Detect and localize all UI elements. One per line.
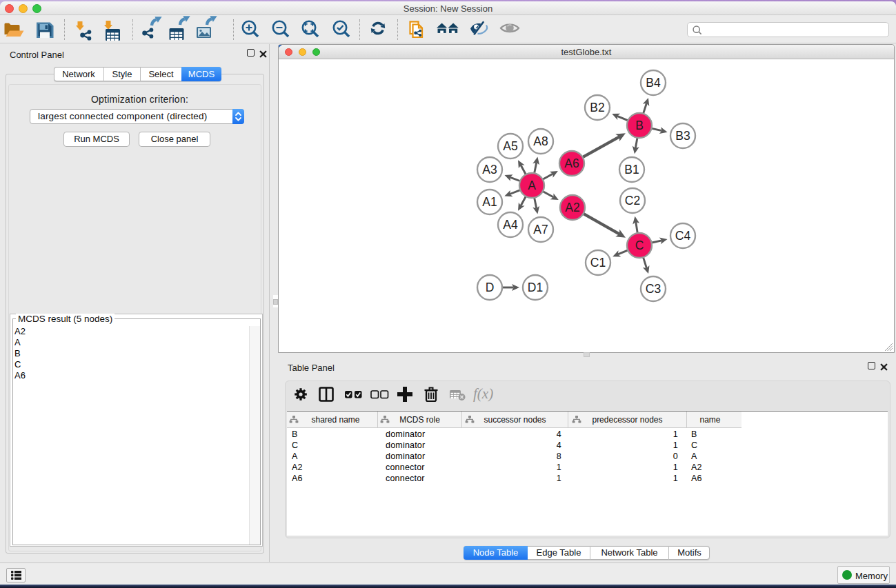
svg-text:B3: B3: [675, 129, 690, 143]
svg-text:A3: A3: [482, 163, 497, 176]
svg-text:f(x): f(x): [473, 385, 493, 402]
svg-text:A6: A6: [564, 156, 579, 170]
svg-text:A: A: [528, 179, 536, 192]
svg-text:C2: C2: [625, 194, 640, 207]
svg-text:C4: C4: [675, 229, 691, 243]
svg-text:B2: B2: [590, 101, 604, 114]
svg-text:A1: A1: [482, 195, 497, 209]
svg-text:A7: A7: [533, 223, 548, 236]
svg-text:A5: A5: [503, 139, 517, 153]
svg-text:C1: C1: [590, 256, 606, 270]
svg-text:C3: C3: [646, 282, 661, 296]
svg-text:A8: A8: [533, 134, 548, 148]
svg-text:D1: D1: [528, 281, 543, 294]
svg-text:A4: A4: [503, 218, 518, 232]
svg-text:B4: B4: [646, 76, 661, 90]
svg-text:D: D: [486, 281, 495, 294]
svg-text:A2: A2: [565, 201, 579, 214]
svg-text:B1: B1: [624, 163, 639, 176]
svg-text:C: C: [635, 239, 644, 252]
svg-text:B: B: [635, 119, 644, 132]
